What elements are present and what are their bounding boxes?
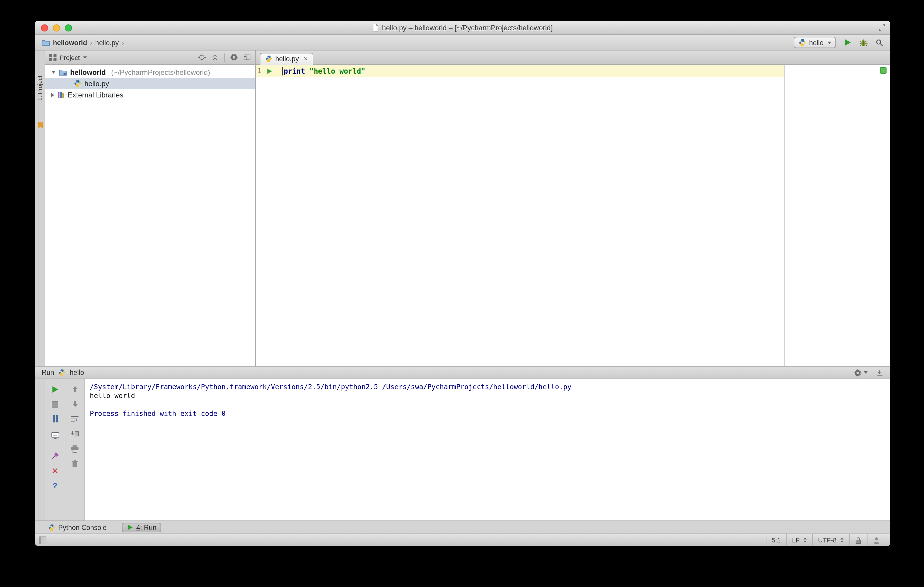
project-tree: helloworld (~/PycharmProjects/helloworld… xyxy=(45,65,255,100)
run-line-marker-icon[interactable] xyxy=(266,68,272,74)
console-line: hello world xyxy=(90,391,885,400)
tree-external-libraries-label: External Libraries xyxy=(68,90,124,99)
file-encoding: UTF-8 xyxy=(818,536,837,544)
settings-gear-icon[interactable] xyxy=(854,369,868,377)
breadcrumb-project[interactable]: helloworld xyxy=(41,39,87,46)
navigation-bar: helloworld › hello.py › hello xyxy=(35,35,890,51)
updown-arrows-icon xyxy=(840,538,844,543)
project-folder-icon xyxy=(59,69,67,76)
project-panel-actions xyxy=(198,53,251,61)
tree-row-external-libraries[interactable]: External Libraries xyxy=(45,89,255,100)
inspections-profile-widget[interactable] xyxy=(867,534,885,546)
breadcrumb-project-label: helloworld xyxy=(53,39,87,46)
run-tool-button[interactable]: 4: Run xyxy=(122,523,161,532)
project-panel: Project xyxy=(45,51,256,366)
libraries-icon xyxy=(57,91,65,99)
tab-label: hello.py xyxy=(275,55,299,62)
editor-area: hello.py × 1 print "hello world" xyxy=(256,51,890,366)
document-icon xyxy=(373,24,379,31)
code-editor[interactable]: 1 print "hello world" xyxy=(256,65,890,366)
python-icon xyxy=(48,524,55,531)
close-console-button[interactable] xyxy=(45,466,65,475)
attach-debugger-button[interactable] xyxy=(45,452,65,460)
search-button[interactable] xyxy=(875,38,884,47)
run-panel-actions xyxy=(854,369,884,377)
scroll-to-end-button[interactable] xyxy=(65,429,84,438)
project-panel-header: Project xyxy=(45,51,255,65)
fullscreen-icon[interactable] xyxy=(879,25,885,31)
encoding-widget[interactable]: UTF-8 xyxy=(812,534,849,546)
run-icon xyxy=(127,524,133,531)
run-button[interactable] xyxy=(844,39,851,46)
locate-file-icon[interactable] xyxy=(198,53,206,61)
hide-panel-icon[interactable] xyxy=(243,53,251,61)
console-line: Process finished with exit code 0 xyxy=(90,409,885,418)
python-console-tool-button[interactable]: Python Console xyxy=(43,523,111,532)
project-panel-title: Project xyxy=(59,54,80,61)
folder-icon xyxy=(41,39,50,46)
hide-panel-icon[interactable] xyxy=(876,369,884,377)
console-line: /System/Library/Frameworks/Python.framew… xyxy=(90,383,885,391)
title-bar: hello.py – helloworld – [~/PycharmProjec… xyxy=(35,21,890,35)
current-line: 1 print "hello world" xyxy=(256,65,784,77)
main-area: 1: Project Project xyxy=(35,51,890,366)
readonly-lock-widget[interactable] xyxy=(849,534,867,546)
tool-stripe-icon[interactable] xyxy=(36,122,45,129)
settings-gear-icon[interactable] xyxy=(230,53,238,61)
gutter-separator xyxy=(278,65,278,366)
soft-wrap-button[interactable] xyxy=(65,415,84,423)
chevron-down-icon[interactable] xyxy=(84,56,87,59)
collapse-all-icon[interactable] xyxy=(211,53,219,61)
run-configuration-label: hello xyxy=(809,39,823,46)
run-tool-button-text: : Run xyxy=(140,524,157,531)
pause-button[interactable] xyxy=(45,415,65,423)
show-console-button[interactable] xyxy=(45,431,65,440)
expand-icon[interactable] xyxy=(51,92,54,97)
line-number: 1 xyxy=(257,67,263,75)
question-mark-icon: ? xyxy=(53,482,58,489)
tree-row-hello-py[interactable]: hello.py xyxy=(45,78,255,89)
project-tool-button[interactable]: 1: Project xyxy=(35,55,45,121)
code-string: "hello world" xyxy=(310,67,365,75)
line-separator-widget[interactable]: LF xyxy=(786,534,812,546)
window-title: hello.py – helloworld – [~/PycharmProjec… xyxy=(382,23,553,32)
divider xyxy=(224,53,225,61)
clear-all-button[interactable] xyxy=(65,459,84,468)
close-button[interactable] xyxy=(41,24,48,31)
window-controls xyxy=(41,21,72,35)
up-stack-trace-button[interactable] xyxy=(65,385,84,393)
tool-window-switcher-icon[interactable] xyxy=(39,536,46,544)
caret-position-widget[interactable]: 5:1 xyxy=(766,534,786,546)
lock-icon xyxy=(855,536,861,544)
inspection-status-indicator[interactable] xyxy=(880,67,886,74)
run-panel-header: Run hello xyxy=(35,366,890,379)
breadcrumb-separator-icon: › xyxy=(119,39,127,46)
run-configuration-select[interactable]: hello xyxy=(794,37,836,48)
run-toolbar: ? xyxy=(45,379,85,520)
debug-button[interactable] xyxy=(859,38,868,47)
minimize-button[interactable] xyxy=(53,24,60,31)
code-keyword: print xyxy=(284,67,305,75)
bottom-tool-window-bar: Python Console 4: Run xyxy=(35,520,890,534)
window-title-wrap: hello.py – helloworld – [~/PycharmProjec… xyxy=(373,23,553,32)
tree-row-project-root[interactable]: helloworld (~/PycharmProjects/helloworld… xyxy=(45,67,255,78)
zoom-button[interactable] xyxy=(65,24,72,31)
print-button[interactable] xyxy=(65,444,84,453)
python-file-icon xyxy=(265,55,272,62)
run-config-name: hello xyxy=(69,369,84,376)
tree-root-path: (~/PycharmProjects/helloworld) xyxy=(111,68,210,76)
run-tool-button-label: 4: Run xyxy=(136,524,157,531)
tab-hello-py[interactable]: hello.py × xyxy=(260,53,313,65)
editor-tab-bar: hello.py × xyxy=(256,51,890,65)
down-stack-trace-button[interactable] xyxy=(65,400,84,408)
breadcrumb-file[interactable]: hello.py xyxy=(95,39,119,46)
collapse-icon[interactable] xyxy=(51,71,56,74)
help-button[interactable]: ? xyxy=(45,481,65,490)
run-console-output[interactable]: /System/Library/Frameworks/Python.framew… xyxy=(85,379,890,520)
rerun-button[interactable] xyxy=(45,385,65,393)
inspector-icon xyxy=(873,536,880,544)
breadcrumb-file-label: hello.py xyxy=(95,39,119,46)
code-line: print "hello world" xyxy=(278,67,365,75)
tab-close-icon[interactable]: × xyxy=(304,55,308,62)
stop-button[interactable] xyxy=(45,400,65,408)
